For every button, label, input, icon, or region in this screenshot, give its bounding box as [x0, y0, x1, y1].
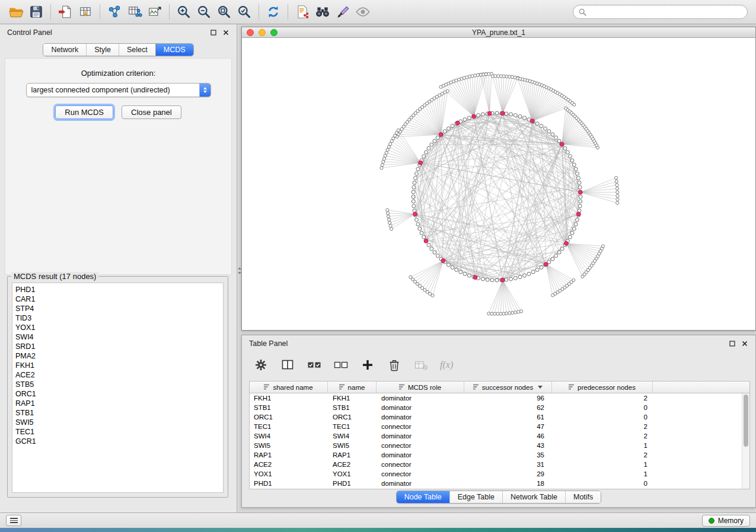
import-network-file-button[interactable] [55, 2, 75, 21]
network-node[interactable] [551, 257, 554, 261]
network-node[interactable] [509, 277, 513, 281]
network-leaf-node[interactable] [616, 191, 619, 194]
network-node[interactable] [413, 181, 416, 184]
network-node[interactable] [495, 278, 499, 282]
minimize-window-icon[interactable] [259, 29, 266, 36]
network-canvas[interactable] [242, 38, 755, 330]
network-node[interactable] [495, 111, 499, 115]
network-node[interactable] [436, 136, 439, 139]
network-leaf-node[interactable] [616, 194, 619, 197]
network-leaf-node[interactable] [615, 184, 618, 187]
toolbar-search[interactable] [573, 5, 748, 19]
network-leaf-node[interactable] [387, 215, 390, 218]
table-row[interactable]: SWI5SWI5connector431 [250, 441, 742, 450]
network-node[interactable] [415, 172, 419, 175]
network-node[interactable] [547, 130, 551, 133]
network-leaf-node[interactable] [505, 312, 508, 315]
network-leaf-node[interactable] [382, 157, 385, 160]
network-node[interactable] [412, 195, 415, 198]
table-scrollbar[interactable] [742, 393, 749, 489]
network-node[interactable] [446, 127, 450, 130]
network-node[interactable] [579, 195, 582, 198]
zoom-in-button[interactable] [174, 2, 194, 21]
network-node[interactable] [427, 243, 430, 247]
network-node[interactable] [505, 112, 508, 116]
table-row[interactable]: YOX1YOX1connector291 [250, 469, 742, 479]
network-node[interactable] [518, 115, 522, 118]
network-node[interactable] [523, 274, 527, 277]
control-tab-mcds[interactable]: MCDS [155, 44, 193, 56]
criterion-dropdown[interactable]: largest connected component (undirected) [26, 83, 211, 97]
network-leaf-node[interactable] [520, 310, 523, 313]
mcds-result-item[interactable]: ORC1 [15, 389, 223, 399]
network-node[interactable] [574, 223, 578, 226]
network-node[interactable] [481, 113, 484, 116]
control-tab-network[interactable]: Network [43, 44, 86, 56]
zoom-selected-button[interactable] [234, 2, 254, 21]
mcds-result-item[interactable]: CAR1 [15, 294, 223, 304]
network-node[interactable] [412, 185, 416, 189]
table-tab-edge-table[interactable]: Edge Table [449, 491, 502, 503]
table-tab-network-table[interactable]: Network Table [502, 491, 565, 503]
column-header-shared-name[interactable]: shared name [250, 382, 328, 393]
network-leaf-node[interactable] [596, 146, 599, 149]
add-column-button[interactable] [360, 357, 375, 373]
network-node[interactable] [578, 181, 581, 184]
table-settings-button[interactable] [253, 357, 269, 373]
network-node[interactable] [572, 227, 576, 230]
network-node[interactable] [433, 139, 436, 143]
network-leaf-node[interactable] [388, 221, 391, 224]
hide-show-button[interactable] [353, 2, 373, 21]
table-row[interactable]: SWI4SWI4dominator462 [250, 431, 742, 441]
table-body[interactable]: FKH1FKH1dominator962STB1STB1dominator620… [250, 393, 742, 489]
network-node[interactable] [446, 263, 450, 267]
network-node[interactable] [414, 177, 417, 180]
mcds-result-item[interactable]: GCR1 [15, 437, 223, 446]
network-node[interactable] [557, 251, 561, 254]
mcds-result-item[interactable]: SRD1 [15, 342, 223, 351]
network-node[interactable] [422, 235, 426, 239]
network-node[interactable] [551, 133, 554, 136]
search-network-button[interactable] [312, 2, 333, 21]
network-node[interactable] [509, 113, 513, 116]
network-node[interactable] [566, 150, 569, 154]
network-node[interactable] [513, 277, 517, 280]
network-node[interactable] [467, 274, 471, 277]
memory-button[interactable]: Memory [702, 515, 750, 527]
network-node[interactable] [490, 278, 494, 282]
column-header-MCDS-role[interactable]: MCDS role [377, 382, 464, 393]
import-table-file-button[interactable] [75, 2, 95, 21]
network-leaf-node[interactable] [409, 275, 412, 278]
zoom-out-button[interactable] [194, 2, 214, 21]
mcds-hub-node[interactable] [472, 114, 476, 118]
mcds-hub-node[interactable] [455, 121, 460, 125]
mcds-hub-node[interactable] [577, 212, 581, 216]
network-node[interactable] [463, 272, 467, 275]
network-node[interactable] [527, 272, 531, 275]
mcds-hub-node[interactable] [564, 241, 569, 245]
network-node[interactable] [578, 185, 582, 189]
network-node[interactable] [554, 136, 558, 139]
close-panel-icon[interactable] [741, 340, 748, 347]
network-node[interactable] [412, 204, 416, 208]
new-network-button[interactable] [104, 2, 125, 21]
mcds-hub-node[interactable] [473, 275, 477, 280]
network-leaf-node[interactable] [387, 145, 390, 148]
network-node[interactable] [568, 235, 572, 239]
mcds-hub-node[interactable] [544, 262, 548, 267]
column-header-successor-nodes[interactable]: successor nodes [464, 382, 552, 393]
mcds-result-item[interactable]: STB1 [15, 408, 223, 418]
network-leaf-node[interactable] [385, 151, 388, 154]
network-node[interactable] [427, 146, 430, 150]
network-node[interactable] [430, 143, 433, 146]
network-leaf-node[interactable] [511, 311, 514, 314]
network-node[interactable] [477, 114, 480, 117]
network-leaf-node[interactable] [508, 312, 511, 315]
network-node[interactable] [486, 278, 489, 281]
network-node[interactable] [415, 218, 419, 222]
mcds-result-list[interactable]: PHD1CAR1STP4TID3YOX1SWI4SRD1PMA2FKH1ACE2… [12, 283, 224, 493]
network-node[interactable] [420, 231, 423, 235]
network-node[interactable] [416, 167, 420, 171]
network-leaf-node[interactable] [502, 312, 505, 315]
table-row[interactable]: ACE2ACE2connector311 [250, 460, 742, 469]
